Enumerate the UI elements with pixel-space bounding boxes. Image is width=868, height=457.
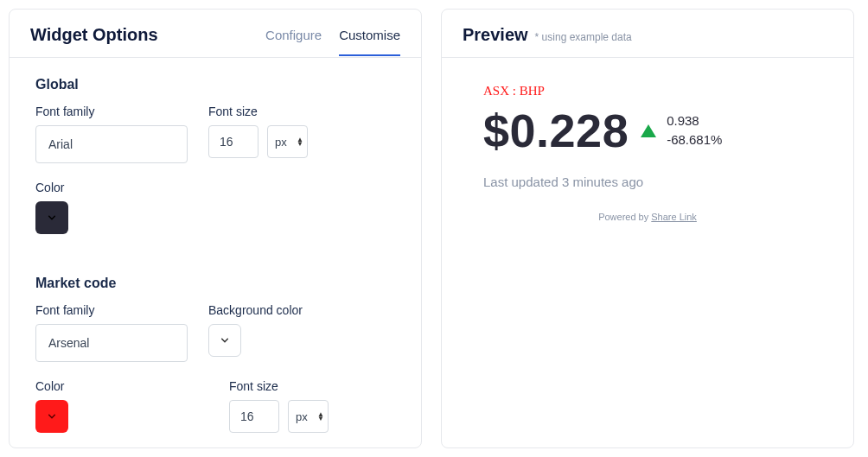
preview-panel: Preview * using example data ASX : BHP $… <box>441 9 854 448</box>
preview-change: 0.938 -68.681% <box>667 111 722 150</box>
tabs: Configure Customise <box>265 28 400 43</box>
preview-market-code: ASX : BHP <box>483 84 812 98</box>
preview-updated: Last updated 3 minutes ago <box>483 175 812 189</box>
global-font-family-label: Font family <box>35 105 188 118</box>
market-color-picker[interactable] <box>35 400 68 433</box>
preview-header: Preview * using example data <box>442 10 853 58</box>
tab-configure[interactable]: Configure <box>265 28 322 56</box>
select-arrows-icon: ▲▼ <box>317 412 324 421</box>
market-bg-color-label: Background color <box>208 303 303 317</box>
section-market-code-heading: Market code <box>35 276 395 291</box>
preview-body: ASX : BHP $0.228 0.938 -68.681% Last upd… <box>442 58 853 248</box>
powered-link[interactable]: Share Link <box>651 212 697 222</box>
preview-price-row: $0.228 0.938 -68.681% <box>483 104 812 157</box>
preview-title: Preview <box>463 25 528 45</box>
tab-customise[interactable]: Customise <box>339 28 400 56</box>
preview-subtitle: * using example data <box>535 31 632 43</box>
global-color-label: Color <box>35 181 68 194</box>
global-font-size-input[interactable] <box>208 125 258 158</box>
widget-options-header: Widget Options Configure Customise <box>10 10 421 58</box>
market-font-size-label: Font size <box>229 379 329 393</box>
powered-prefix: Powered by <box>598 212 651 222</box>
market-font-size-unit-value: px <box>296 410 308 423</box>
global-font-size-unit-select[interactable]: px ▲▼ <box>267 125 308 158</box>
chevron-down-icon <box>48 412 56 421</box>
global-font-size-label: Font size <box>208 105 308 118</box>
section-global-heading: Global <box>35 77 395 92</box>
preview-change-percent: -68.681% <box>667 130 722 150</box>
preview-powered: Powered by Share Link <box>483 212 812 222</box>
market-font-family-input[interactable] <box>35 324 188 362</box>
global-color-picker[interactable] <box>35 201 68 234</box>
options-body: Global Font family Font size px ▲▼ <box>10 58 421 457</box>
chevron-down-icon <box>220 336 229 345</box>
market-font-size-input[interactable] <box>229 400 279 433</box>
preview-change-value: 0.938 <box>667 111 722 131</box>
triangle-up-icon <box>641 124 656 137</box>
market-font-size-unit-select[interactable]: px ▲▼ <box>288 400 329 433</box>
preview-price: $0.228 <box>483 104 629 157</box>
global-font-family-input[interactable] <box>35 125 188 163</box>
market-color-label: Color <box>35 379 208 393</box>
select-arrows-icon: ▲▼ <box>297 137 303 146</box>
chevron-down-icon <box>48 213 56 222</box>
market-font-family-label: Font family <box>35 303 188 317</box>
widget-options-title: Widget Options <box>30 25 158 45</box>
global-font-size-unit-value: px <box>275 136 287 149</box>
widget-options-panel: Widget Options Configure Customise Globa… <box>9 9 422 448</box>
market-bg-color-picker[interactable] <box>208 324 241 357</box>
